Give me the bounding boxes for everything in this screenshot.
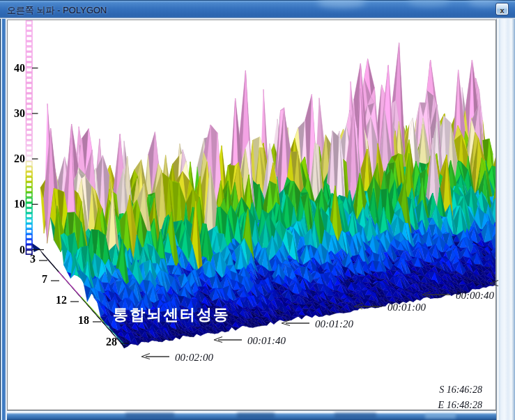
start-time-label: S 16:46:28 xyxy=(371,384,482,396)
taskbar-bleed-shadow xyxy=(125,412,174,419)
taskbar-bleed-shadow xyxy=(237,412,275,419)
close-icon: x xyxy=(500,6,504,15)
titlebar-glass-highlight xyxy=(408,0,449,6)
window-border-left[interactable] xyxy=(0,19,7,420)
titlebar[interactable]: 오른쪽 뇌파 - POLYGON x xyxy=(0,0,515,19)
end-time-label: E 16:48:28 xyxy=(371,400,482,411)
taskbar-bleed-highlight xyxy=(425,413,456,419)
window-border-bottom[interactable] xyxy=(7,410,496,420)
window-title: 오른쪽 뇌파 - POLYGON xyxy=(7,4,107,17)
watermark: 통합뇌센터성동 xyxy=(113,304,230,325)
window-border-right[interactable] xyxy=(496,19,515,420)
eeg-3d-surface xyxy=(8,20,495,410)
taskbar-bleed-shadow xyxy=(335,412,376,419)
app-window: 오른쪽 뇌파 - POLYGON x 0102030403712182800:0… xyxy=(0,0,515,420)
titlebar-glass-highlight xyxy=(317,0,366,8)
close-button[interactable]: x xyxy=(495,3,509,15)
